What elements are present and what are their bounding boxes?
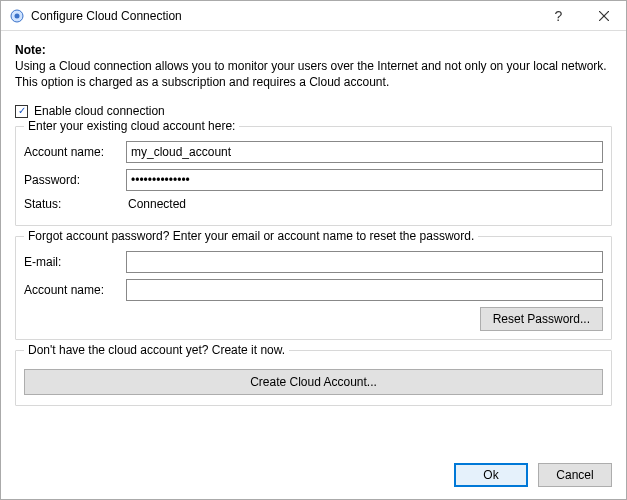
status-row: Status: Connected (24, 197, 603, 211)
help-button[interactable]: ? (536, 1, 581, 30)
dialog-footer: Ok Cancel (1, 455, 626, 499)
existing-account-legend: Enter your existing cloud account here: (24, 119, 239, 133)
close-icon (599, 11, 609, 21)
email-label: E-mail: (24, 255, 120, 269)
status-label: Status: (24, 197, 120, 211)
forgot-account-name-label: Account name: (24, 283, 120, 297)
window-buttons: ? (536, 1, 626, 30)
password-input[interactable] (126, 169, 603, 191)
status-value: Connected (126, 197, 603, 211)
forgot-password-group: Forgot account password? Enter your emai… (15, 236, 612, 340)
svg-point-1 (15, 13, 20, 18)
create-cloud-account-button[interactable]: Create Cloud Account... (24, 369, 603, 395)
account-name-input[interactable] (126, 141, 603, 163)
enable-cloud-checkbox[interactable]: ✓ (15, 105, 28, 118)
dialog-content: Note: Using a Cloud connection allows yo… (1, 31, 626, 455)
app-icon (9, 8, 25, 24)
help-icon: ? (555, 8, 563, 24)
create-account-legend: Don't have the cloud account yet? Create… (24, 343, 289, 357)
enable-cloud-row[interactable]: ✓ Enable cloud connection (15, 104, 612, 118)
email-row: E-mail: (24, 251, 603, 273)
reset-password-button[interactable]: Reset Password... (480, 307, 603, 331)
note-heading: Note: (15, 43, 612, 57)
existing-account-group: Enter your existing cloud account here: … (15, 126, 612, 226)
enable-cloud-label: Enable cloud connection (34, 104, 165, 118)
forgot-account-name-input[interactable] (126, 279, 603, 301)
titlebar: Configure Cloud Connection ? (1, 1, 626, 31)
note-body: Using a Cloud connection allows you to m… (15, 58, 612, 90)
create-account-group: Don't have the cloud account yet? Create… (15, 350, 612, 406)
ok-button[interactable]: Ok (454, 463, 528, 487)
password-row: Password: (24, 169, 603, 191)
account-name-label: Account name: (24, 145, 120, 159)
password-label: Password: (24, 173, 120, 187)
account-name-row: Account name: (24, 141, 603, 163)
email-input[interactable] (126, 251, 603, 273)
window-title: Configure Cloud Connection (31, 9, 536, 23)
dialog-window: Configure Cloud Connection ? Note: Using… (0, 0, 627, 500)
close-button[interactable] (581, 1, 626, 30)
forgot-password-legend: Forgot account password? Enter your emai… (24, 229, 478, 243)
cancel-button[interactable]: Cancel (538, 463, 612, 487)
forgot-account-name-row: Account name: (24, 279, 603, 301)
